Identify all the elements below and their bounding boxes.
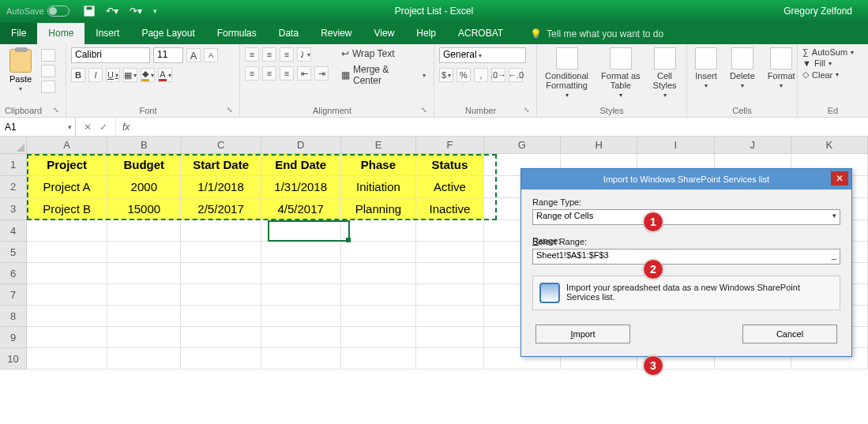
insert-cells-button[interactable]: Insert▾	[692, 47, 720, 89]
number-dialog-launcher[interactable]: ⤡	[522, 106, 532, 114]
font-name-combo[interactable]: Calibri	[71, 47, 150, 63]
autosum-button[interactable]: ∑AutoSum▾	[802, 47, 863, 57]
select-all-corner[interactable]	[0, 137, 27, 154]
cell-B9[interactable]	[107, 327, 181, 348]
fill-button[interactable]: ▼Fill▾	[802, 58, 863, 68]
cell-D9[interactable]	[261, 327, 341, 348]
cancel-button[interactable]: Cancel	[742, 325, 837, 343]
formula-bar[interactable]	[136, 118, 868, 136]
cell-D4[interactable]	[261, 220, 341, 242]
cell-C5[interactable]	[181, 242, 261, 263]
cell-D2[interactable]: 1/31/2018	[261, 176, 341, 198]
range-type-combo[interactable]: Range of Cells	[532, 209, 840, 225]
fx-icon[interactable]: fx	[116, 118, 136, 136]
italic-button[interactable]: I	[88, 68, 103, 82]
row-header-7[interactable]: 7	[0, 284, 27, 306]
borders-button[interactable]: ▦	[123, 68, 137, 82]
increase-font-button[interactable]: A	[186, 48, 201, 62]
format-cells-button[interactable]: Format▾	[765, 47, 798, 89]
cancel-formula-icon[interactable]: ✕	[84, 122, 92, 133]
tell-me-search[interactable]: 💡 Tell me what you want to do	[530, 28, 663, 44]
bold-button[interactable]: B	[71, 68, 85, 82]
tab-formulas[interactable]: Formulas	[206, 23, 268, 44]
cell-C4[interactable]	[181, 220, 261, 242]
user-name[interactable]: Gregory Zelfond	[783, 6, 852, 17]
cell-E5[interactable]	[341, 242, 416, 263]
align-middle-button[interactable]: ≡	[262, 47, 276, 62]
cell-B1[interactable]: Budget	[107, 154, 181, 176]
save-icon[interactable]	[84, 6, 95, 17]
autosave-toggle[interactable]: AutoSave	[6, 6, 70, 17]
align-right-button[interactable]: ≡	[280, 66, 294, 81]
col-header-E[interactable]: E	[341, 137, 416, 154]
decrease-font-button[interactable]: A	[204, 48, 218, 62]
tab-file[interactable]: File	[0, 23, 37, 44]
align-top-button[interactable]: ≡	[245, 47, 259, 62]
cell-F6[interactable]	[416, 263, 484, 284]
cell-E6[interactable]	[341, 263, 416, 284]
font-dialog-launcher[interactable]: ⤡	[225, 106, 235, 114]
col-header-B[interactable]: B	[107, 137, 181, 154]
cell-F3[interactable]: Inactive	[416, 198, 484, 220]
cell-C6[interactable]	[181, 263, 261, 284]
col-header-A[interactable]: A	[27, 137, 107, 154]
tab-acrobat[interactable]: ACROBAT	[447, 23, 514, 44]
tab-help[interactable]: Help	[405, 23, 447, 44]
align-bottom-button[interactable]: ≡	[280, 47, 294, 62]
cell-F7[interactable]	[416, 284, 484, 306]
cell-C9[interactable]	[181, 327, 261, 348]
worksheet-grid[interactable]: ABCDEFGHIJK 12345678910 ProjectBudgetSta…	[0, 137, 868, 423]
cell-D7[interactable]	[261, 284, 341, 306]
cell-A3[interactable]: Project B	[27, 198, 107, 220]
cell-A1[interactable]: Project	[27, 154, 107, 176]
select-range-input[interactable]: Sheet1!$A$1:$F$3	[532, 249, 840, 265]
autosave-switch-icon[interactable]	[47, 6, 70, 17]
cell-F1[interactable]: Status	[416, 154, 484, 176]
merge-center-button[interactable]: ▦Merge & Center	[338, 63, 429, 87]
cell-A10[interactable]	[27, 348, 107, 370]
cell-C1[interactable]: Start Date	[181, 154, 261, 176]
cell-F4[interactable]	[416, 220, 484, 242]
dialog-titlebar[interactable]: Import to Windows SharePoint Services li…	[521, 169, 851, 189]
percent-format-button[interactable]: %	[457, 68, 471, 82]
font-color-button[interactable]: A	[158, 68, 172, 82]
col-header-H[interactable]: H	[561, 137, 637, 154]
col-header-F[interactable]: F	[416, 137, 484, 154]
cell-C10[interactable]	[181, 348, 261, 370]
cell-E2[interactable]: Initiation	[341, 176, 416, 198]
cell-D8[interactable]	[261, 306, 341, 327]
row-header-8[interactable]: 8	[0, 306, 27, 327]
col-header-D[interactable]: D	[261, 137, 341, 154]
col-header-I[interactable]: I	[637, 137, 714, 154]
row-header-3[interactable]: 3	[0, 198, 27, 220]
tab-insert[interactable]: Insert	[85, 23, 130, 44]
clear-button[interactable]: ◇Clear▾	[802, 69, 863, 80]
underline-button[interactable]: U	[106, 68, 120, 82]
cell-A8[interactable]	[27, 306, 107, 327]
orientation-button[interactable]: ⤸	[297, 47, 311, 62]
tab-page-layout[interactable]: Page Layout	[130, 23, 205, 44]
dialog-close-button[interactable]: ✕	[831, 171, 848, 186]
redo-icon[interactable]: ↷▾	[130, 6, 142, 17]
cell-E8[interactable]	[341, 306, 416, 327]
cell-F2[interactable]: Active	[416, 176, 484, 198]
align-left-button[interactable]: ≡	[245, 66, 259, 81]
conditional-formatting-button[interactable]: Conditional Formatting▾	[542, 47, 592, 99]
alignment-dialog-launcher[interactable]: ⤡	[419, 106, 429, 114]
cell-A7[interactable]	[27, 284, 107, 306]
cell-B2[interactable]: 2000	[107, 176, 181, 198]
row-header-4[interactable]: 4	[0, 220, 27, 242]
copy-icon[interactable]	[41, 65, 55, 77]
enter-formula-icon[interactable]: ✓	[100, 122, 107, 133]
cell-D6[interactable]	[261, 263, 341, 284]
cell-B4[interactable]	[107, 220, 181, 242]
cell-E4[interactable]	[341, 220, 416, 242]
align-center-button[interactable]: ≡	[262, 66, 276, 81]
cell-B7[interactable]	[107, 284, 181, 306]
accounting-format-button[interactable]: $	[439, 68, 453, 82]
format-as-table-button[interactable]: Format as Table▾	[598, 47, 644, 99]
cell-D1[interactable]: End Date	[261, 154, 341, 176]
cell-E9[interactable]	[341, 327, 416, 348]
cell-B8[interactable]	[107, 306, 181, 327]
paste-button[interactable]: Paste ▾	[5, 47, 36, 94]
